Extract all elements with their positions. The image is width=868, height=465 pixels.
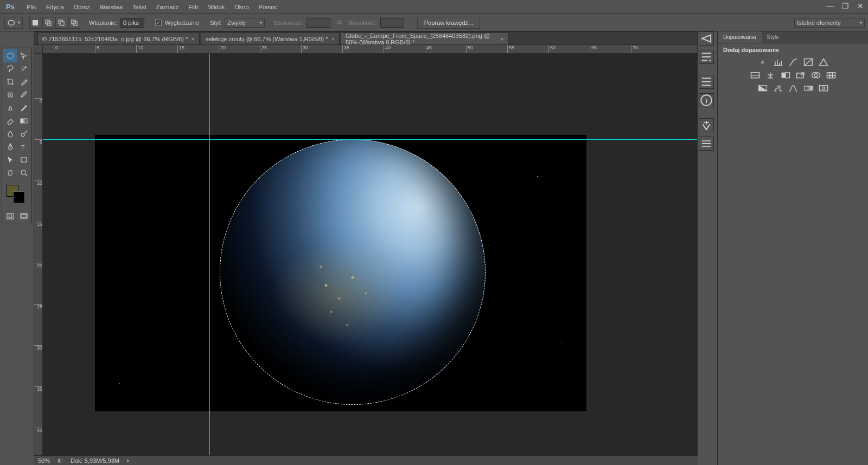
feather-label: Wtapianie: (89, 20, 117, 26)
screen-mode-icon[interactable] (17, 211, 30, 222)
lasso-tool[interactable] (3, 62, 17, 75)
hand-tool[interactable] (3, 166, 17, 179)
posterize-icon[interactable] (773, 83, 783, 93)
exposure-icon[interactable] (803, 57, 814, 67)
menu-plik[interactable]: Plik (22, 4, 41, 10)
menu-zaznacz[interactable]: Zaznacz (151, 4, 184, 10)
menu-edycja[interactable]: Edycja (41, 4, 69, 10)
vertical-ruler[interactable]: 0510152025303540 (34, 54, 43, 455)
refine-edge-button[interactable]: Popraw krawędź... (417, 17, 480, 29)
paragraph-panel-icon[interactable] (699, 137, 714, 151)
style-select[interactable]: Zwykły▾ (225, 18, 265, 28)
document-tab[interactable]: selekcje zrzuty @ 66,7% (Warstwa 1,RGB/8… (201, 33, 340, 44)
svg-rect-32 (829, 75, 832, 78)
selection-add-icon[interactable] (42, 17, 54, 29)
background-color-swatch[interactable] (13, 191, 25, 203)
dodge-tool[interactable] (17, 127, 30, 140)
menu-warstwa[interactable]: Warstwa (95, 4, 127, 10)
history-panel-icon[interactable] (699, 31, 714, 46)
svg-point-11 (21, 133, 24, 137)
antialias-label: Wygładzanie (165, 20, 199, 26)
horizontal-guide[interactable] (43, 139, 697, 140)
color-lookup-icon[interactable] (826, 70, 837, 80)
canvas-viewport[interactable] (43, 54, 697, 455)
levels-icon[interactable] (773, 57, 783, 67)
brush-tool[interactable] (17, 88, 30, 101)
brush-panel-icon[interactable] (699, 118, 714, 132)
menu-pomoc[interactable]: Pomoc (254, 4, 282, 10)
selection-new-icon[interactable] (29, 17, 41, 29)
move-tool[interactable] (17, 49, 30, 62)
blur-tool[interactable] (3, 127, 17, 140)
workspace-select[interactable]: Istotne elementy▾ (794, 18, 865, 28)
antialias-checkbox[interactable]: ✓ (155, 20, 162, 26)
elliptical-marquee-tool[interactable] (3, 49, 17, 62)
vibrance-icon[interactable] (818, 57, 829, 67)
tab-style[interactable]: Style (762, 31, 784, 43)
status-bar: 50% ◐ Dok: 5,93M/5,93M ▸ (34, 455, 698, 465)
menu-obraz[interactable]: Obraz (69, 4, 95, 10)
window-controls: — ❐ ✕ (822, 0, 868, 12)
type-tool[interactable]: T (17, 140, 30, 153)
brightness-contrast-icon[interactable]: ☀ (757, 57, 768, 67)
pen-tool[interactable] (3, 140, 17, 153)
clone-stamp-tool[interactable] (3, 101, 17, 114)
toolbox: T (2, 48, 32, 223)
width-input (307, 18, 330, 28)
path-selection-tool[interactable] (3, 153, 17, 166)
svg-rect-5 (60, 22, 64, 25)
actions-panel-icon[interactable] (699, 50, 714, 64)
hue-saturation-icon[interactable] (750, 70, 761, 80)
close-icon[interactable]: × (501, 36, 504, 42)
horizontal-ruler[interactable]: 0510152025303540455055606570 (43, 45, 697, 54)
character-panel-icon[interactable] (699, 75, 714, 89)
selection-subtract-icon[interactable] (55, 17, 67, 29)
color-swatches[interactable] (3, 183, 30, 209)
gradient-tool[interactable] (17, 114, 30, 127)
document-tab[interactable]: © 7153651115_52c216463a_o.jpg @ 66,7% (R… (37, 33, 200, 44)
document-tabstrip: © 7153651115_52c216463a_o.jpg @ 66,7% (R… (34, 32, 697, 45)
eraser-tool[interactable] (3, 114, 17, 127)
app-logo: Ps (4, 2, 16, 12)
selective-color-icon[interactable] (818, 83, 829, 93)
height-label: Wysokość: (348, 20, 377, 26)
document-tab[interactable]: Globe_-_Europe_From_Space_(25848403532).… (341, 33, 509, 44)
color-balance-icon[interactable] (765, 70, 776, 80)
svg-rect-22 (781, 73, 786, 78)
minimize-button[interactable]: — (822, 0, 838, 12)
feather-input[interactable] (120, 18, 144, 28)
close-button[interactable]: ✕ (853, 0, 868, 12)
close-icon[interactable]: × (331, 36, 335, 42)
eyedropper-tool[interactable] (17, 75, 30, 88)
close-icon[interactable]: × (191, 36, 194, 42)
doc-size: Dok: 5,93M/5,93M (71, 457, 119, 464)
vertical-guide[interactable] (209, 54, 210, 455)
scrubby-zoom-icon[interactable]: ◐ (58, 457, 63, 464)
black-white-icon[interactable] (780, 70, 791, 80)
rectangle-tool[interactable] (17, 153, 30, 166)
menu-okno[interactable]: Okno (229, 4, 253, 10)
zoom-level[interactable]: 50% (38, 457, 50, 464)
magic-wand-tool[interactable] (17, 62, 30, 75)
invert-icon[interactable] (757, 83, 768, 93)
healing-brush-tool[interactable] (3, 88, 17, 101)
zoom-tool[interactable] (17, 166, 30, 179)
info-panel-icon[interactable] (699, 93, 714, 107)
history-brush-tool[interactable] (17, 101, 30, 114)
tab-dopasowania[interactable]: Dopasowania (718, 31, 762, 43)
channel-mixer-icon[interactable] (810, 70, 821, 80)
maximize-button[interactable]: ❐ (838, 0, 853, 12)
crop-tool[interactable] (3, 75, 17, 88)
gradient-map-icon[interactable] (803, 83, 814, 93)
ruler-origin[interactable] (34, 45, 43, 54)
menu-widok[interactable]: Widok (203, 4, 230, 10)
threshold-icon[interactable] (788, 83, 799, 93)
curves-icon[interactable] (788, 57, 799, 67)
tool-preset-picker[interactable]: ▾ (4, 17, 23, 29)
status-flyout-icon[interactable]: ▸ (127, 457, 130, 464)
quick-mask-icon[interactable] (3, 211, 17, 222)
menu-filtr[interactable]: Filtr (183, 4, 203, 10)
menu-tekst[interactable]: Tekst (127, 4, 151, 10)
photo-filter-icon[interactable] (795, 70, 806, 80)
selection-intersect-icon[interactable] (68, 17, 80, 29)
